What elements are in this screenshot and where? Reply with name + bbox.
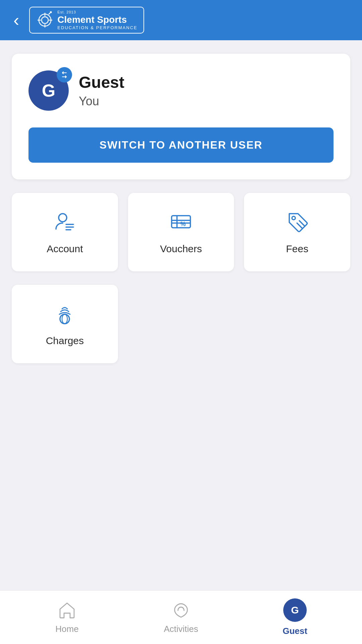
svg-point-16: [292, 216, 295, 220]
user-card: G Guest You SWITCH TO ANOTHER USER: [12, 54, 350, 179]
vouchers-icon: %: [169, 210, 193, 234]
logo-name: Clement Sports: [57, 14, 127, 25]
switch-to-another-user-button[interactable]: SWITCH TO ANOTHER USER: [28, 127, 334, 163]
charges-menu-item[interactable]: Charges: [12, 285, 118, 363]
svg-point-20: [62, 314, 67, 324]
switch-user-icon[interactable]: [57, 67, 72, 83]
logo-subtitle: EDUCATION & PERFORMANCE: [57, 25, 137, 30]
svg-text:%: %: [180, 221, 186, 227]
fees-menu-item[interactable]: Fees: [244, 193, 350, 271]
account-icon: [53, 210, 77, 234]
guest-nav-avatar: G: [283, 598, 307, 622]
guest-nav-avatar-initial: G: [291, 604, 299, 616]
charges-label: Charges: [46, 335, 84, 346]
svg-point-1: [42, 17, 48, 23]
empty-cell-2: [244, 285, 350, 363]
svg-point-7: [59, 214, 67, 222]
charges-icon: [53, 302, 77, 326]
logo-box: Est. 2013 Clement Sports EDUCATION & PER…: [29, 7, 144, 34]
home-nav-label: Home: [55, 624, 78, 634]
avatar-initial: G: [42, 80, 55, 101]
header: ‹ Est. 2013 Clement Sports EDUCATION & P…: [0, 0, 362, 40]
svg-line-17: [297, 223, 302, 228]
avatar-wrapper: G: [28, 70, 69, 111]
vouchers-label: Vouchers: [160, 243, 202, 255]
logo-est: Est. 2013: [57, 10, 137, 14]
fees-icon: [285, 210, 309, 234]
main-content: G Guest You SWITCH TO ANOTHER USER: [0, 40, 362, 377]
home-icon: [57, 600, 77, 620]
logo-text-group: Est. 2013 Clement Sports EDUCATION & PER…: [57, 10, 137, 31]
svg-point-19: [60, 314, 69, 324]
nav-item-guest[interactable]: G Guest: [268, 598, 322, 636]
vouchers-menu-item[interactable]: % Vouchers: [128, 193, 234, 271]
account-menu-item[interactable]: Account: [12, 193, 118, 271]
logo: Est. 2013 Clement Sports EDUCATION & PER…: [29, 7, 144, 34]
bottom-nav: Home Activities G Guest: [0, 590, 362, 644]
nav-item-activities[interactable]: Activities: [154, 600, 208, 634]
nav-item-home[interactable]: Home: [40, 600, 94, 634]
user-name: Guest: [79, 73, 124, 92]
logo-icon: [36, 11, 54, 29]
account-label: Account: [47, 243, 83, 255]
menu-grid-row2: Charges: [12, 285, 350, 363]
activities-nav-label: Activities: [164, 624, 198, 634]
guest-nav-label: Guest: [283, 626, 307, 636]
activities-icon: [171, 600, 191, 620]
user-label: You: [79, 94, 124, 108]
user-info: G Guest You: [28, 70, 334, 111]
menu-grid: Account % Vouchers Fees: [12, 193, 350, 271]
empty-cell-1: [128, 285, 234, 363]
svg-line-18: [299, 221, 304, 226]
fees-label: Fees: [286, 243, 308, 255]
back-button[interactable]: ‹: [13, 11, 19, 29]
user-details: Guest You: [79, 73, 124, 108]
